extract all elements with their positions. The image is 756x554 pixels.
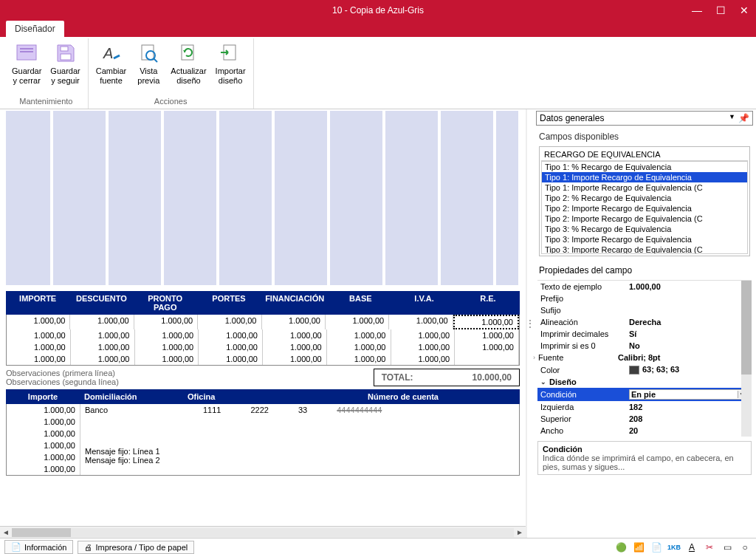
prop-width[interactable]: 20 — [629, 426, 749, 435]
field-category[interactable]: RECARGO DE EQUIVALENCIA — [541, 148, 748, 161]
grid-cell[interactable]: 1.000,00 — [455, 329, 519, 341]
change-font-button[interactable]: A Cambiarfuente — [92, 38, 131, 95]
field-item[interactable]: Tipo 1: Importe Recargo de Equivalencia … — [542, 182, 747, 193]
status-icon-3[interactable]: 📄 — [650, 541, 663, 553]
bank-amount[interactable]: 1.000,00 — [7, 451, 80, 463]
bank-amount[interactable]: 1.000,00 — [7, 463, 80, 475]
field-item[interactable]: Tipo 2: % Recargo de Equivalencia — [542, 193, 747, 203]
prop-condition-row[interactable]: CondiciónEn pie▾ — [537, 388, 752, 401]
grid-cell[interactable]: 1.000,00 — [134, 315, 198, 329]
grid-cell[interactable]: 1.000,00 — [7, 315, 70, 329]
tab-printer[interactable]: 🖨Impresora / Tipo de papel — [78, 541, 194, 554]
grid-cell[interactable]: 1.000,00 — [263, 329, 327, 341]
grid-cell[interactable]: 1.000,00 — [199, 341, 263, 353]
field-item[interactable]: Tipo 1: % Recargo de Equivalencia — [542, 162, 747, 172]
maximize-button[interactable]: ☐ — [709, 0, 732, 21]
bank-v3[interactable]: 33 — [298, 406, 307, 414]
grid-cell[interactable]: 1.000,00 — [199, 329, 263, 341]
tab-designer[interactable]: Diseñador — [6, 21, 64, 37]
grid-cell[interactable]: 1.000,00 — [455, 341, 519, 353]
data-section-combo[interactable]: Datos generales ▼📌 — [536, 111, 753, 126]
properties-scrollbar[interactable] — [741, 281, 752, 437]
tab-information[interactable]: 📄Información — [4, 540, 73, 554]
refresh-design-button[interactable]: Actualizardiseño — [166, 38, 210, 95]
bank-msg2[interactable]: Mensaje fijo: Línea 2 — [85, 456, 515, 465]
grid-cell[interactable]: 1.000,00 — [71, 353, 135, 365]
status-icon-7[interactable]: ▭ — [721, 541, 734, 553]
bank-msg1[interactable]: Mensaje fijo: Línea 1 — [85, 447, 515, 456]
split-handle[interactable] — [527, 109, 533, 538]
bank-amount[interactable]: 1.000,00 — [7, 440, 80, 451]
status-icon-4[interactable]: 1KB — [667, 541, 681, 553]
bank-amount[interactable]: 1.000,00 — [7, 416, 80, 428]
status-icon-2[interactable]: 📶 — [632, 541, 645, 553]
prop-decimals[interactable]: Sí — [629, 329, 749, 338]
status-icon-8[interactable]: ○ — [738, 541, 752, 553]
prop-font[interactable]: Calibri; 8pt — [618, 353, 749, 362]
grid-cell[interactable]: 1.000,00 — [263, 353, 327, 365]
bank-v1[interactable]: 1111 — [203, 406, 221, 414]
field-item[interactable]: Tipo 1: Importe Recargo de Equivalencia — [542, 172, 747, 182]
observations-line2[interactable]: Observaciones (segunda línea) — [6, 377, 344, 386]
prop-group-design[interactable]: Diseño — [549, 377, 577, 386]
observations-line1[interactable]: Observaciones (primera línea) — [6, 369, 344, 377]
grid-cell[interactable]: 1.000,00 — [70, 315, 134, 329]
bank-v4[interactable]: 4444444444 — [337, 406, 382, 414]
grid-cell[interactable]: 1.000,00 — [135, 353, 199, 365]
bank-amount[interactable]: 1.000,00 — [7, 428, 80, 440]
grid-cell[interactable]: 1.000,00 — [7, 341, 71, 353]
total-box[interactable]: TOTAL: 10.000,00 — [374, 369, 520, 386]
grid-cell[interactable]: 1.000,00 — [327, 329, 391, 341]
import-design-button[interactable]: Importardiseño — [211, 38, 250, 95]
status-icon-1[interactable]: 🟢 — [614, 541, 628, 553]
close-button[interactable]: ✕ — [732, 0, 756, 21]
bank-name[interactable]: Banco — [85, 406, 173, 414]
prop-texto[interactable]: 1.000,00 — [629, 282, 749, 291]
grid-cell[interactable]: 1.000,00 — [262, 315, 326, 329]
status-icon-6[interactable]: ✂ — [703, 541, 716, 553]
field-item[interactable]: Tipo 3: Importe Recargo de Equivalencia — [542, 234, 747, 244]
grid-cell[interactable]: 1.000,00 — [453, 315, 519, 329]
grid-cell[interactable]: 1.000,00 — [135, 341, 199, 353]
status-icon-5[interactable]: A — [685, 541, 698, 553]
bank-grid[interactable]: 1.000,001.000,001.000,001.000,001.000,00… — [6, 404, 520, 476]
grid-cell[interactable]: 1.000,00 — [71, 329, 135, 341]
field-item[interactable]: Tipo 2: Importe Recargo de Equivalencia — [542, 203, 747, 213]
grid-cell[interactable]: 1.000,00 — [7, 353, 71, 365]
grid-cell[interactable]: 1.000,00 — [199, 353, 263, 365]
grid-cell[interactable]: 1.000,00 — [389, 315, 453, 329]
field-list[interactable]: Tipo 1: % Recargo de EquivalenciaTipo 1:… — [541, 161, 748, 254]
design-canvas[interactable]: IMPORTE DESCUENTO PRONTO PAGO PORTES FIN… — [0, 109, 527, 538]
prop-left[interactable]: 182 — [629, 403, 749, 411]
grid-cell[interactable] — [455, 353, 519, 365]
grid-cell[interactable]: 1.000,00 — [135, 329, 199, 341]
grid-cell[interactable]: 1.000,00 — [7, 329, 71, 341]
minimize-button[interactable]: — — [685, 0, 709, 21]
grid-cell[interactable]: 1.000,00 — [327, 341, 391, 353]
grid-cell[interactable]: 1.000,00 — [326, 315, 389, 329]
preview-button[interactable]: Vistaprevia — [131, 38, 166, 95]
prop-align[interactable]: Derecha — [629, 318, 749, 326]
prop-color[interactable]: 63; 63; 63 — [629, 365, 749, 375]
prop-printzero[interactable]: No — [629, 341, 749, 350]
grid-cell[interactable]: 1.000,00 — [327, 353, 391, 365]
pin-icon[interactable]: 📌 — [738, 113, 749, 123]
save-close-button[interactable]: Guardary cerrar — [7, 38, 46, 95]
canvas-horizontal-scrollbar[interactable]: ◄► — [0, 526, 526, 538]
grid-cell[interactable]: 1.000,00 — [391, 329, 456, 341]
grid-cell[interactable]: 1.000,00 — [263, 341, 327, 353]
grid-cell[interactable]: 1.000,00 — [391, 353, 456, 365]
prop-condition[interactable]: En pie — [631, 390, 656, 399]
bank-amount[interactable]: 1.000,00 — [7, 404, 80, 416]
save-continue-button[interactable]: Guardary seguir — [46, 38, 84, 95]
totals-grid[interactable]: 1.000,001.000,001.000,001.000,001.000,00… — [6, 315, 520, 366]
grid-cell[interactable]: 1.000,00 — [71, 341, 135, 353]
grid-cell[interactable]: 1.000,00 — [198, 315, 261, 329]
field-item[interactable]: Tipo 3: % Recargo de Equivalencia — [542, 224, 747, 234]
prop-top[interactable]: 208 — [629, 414, 749, 423]
properties-grid[interactable]: Texto de ejemplo1.000,00 Prefijo Sufijo … — [537, 280, 752, 437]
grid-cell[interactable]: 1.000,00 — [391, 341, 456, 353]
bank-v2[interactable]: 2222 — [250, 406, 268, 414]
field-item[interactable]: Tipo 3: Importe Recargo de Equivalencia … — [542, 244, 747, 254]
field-item[interactable]: Tipo 2: Importe Recargo de Equivalencia … — [542, 213, 747, 224]
